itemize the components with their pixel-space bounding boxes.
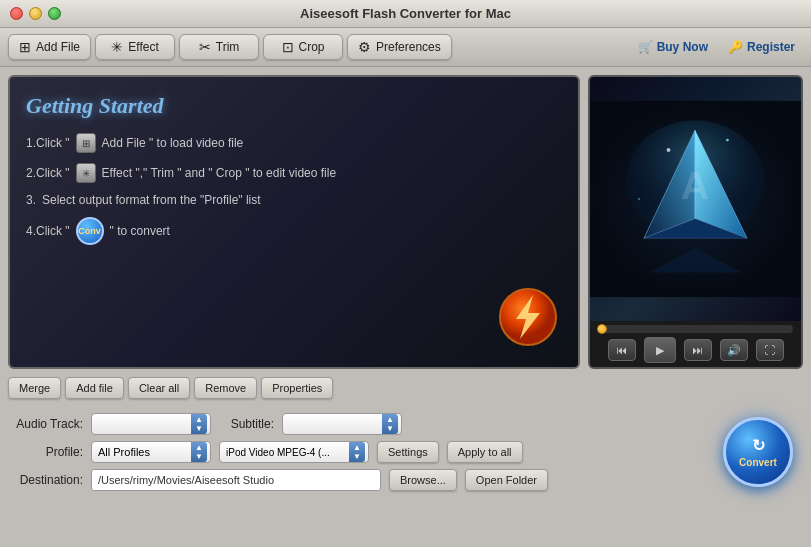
properties-button[interactable]: Properties — [261, 377, 333, 399]
window-controls[interactable] — [10, 7, 61, 20]
open-folder-button[interactable]: Open Folder — [465, 469, 548, 491]
svg-point-9 — [638, 198, 640, 200]
format-dropdown[interactable]: iPod Video MPEG-4 (... ▲ ▼ — [219, 441, 369, 463]
svg-point-7 — [667, 148, 671, 152]
buy-now-link[interactable]: 🛒 Buy Now — [630, 36, 716, 58]
app-title: Aiseesoft Flash Converter for Mac — [300, 6, 511, 21]
settings-button[interactable]: Settings — [377, 441, 439, 463]
register-link[interactable]: 🔑 Register — [720, 36, 803, 58]
effect-button[interactable]: ✳ Effect — [95, 34, 175, 60]
step4-convert-icon: Conv — [76, 217, 104, 245]
maximize-button[interactable] — [48, 7, 61, 20]
convert-arrow-icon: ↻ — [752, 436, 765, 455]
step2-effect-icon: ✳ — [76, 163, 96, 183]
step3: 3. Select output format from the "Profil… — [26, 193, 562, 207]
crop-button[interactable]: ⊡ Crop — [263, 34, 343, 60]
close-button[interactable] — [10, 7, 23, 20]
subtitle-dropdown[interactable]: ▲ ▼ — [282, 413, 402, 435]
main-content: Getting Started 1.Click " ⊞ Add File " t… — [0, 67, 811, 377]
profile-label: Profile: — [8, 445, 83, 459]
destination-label: Destination: — [8, 473, 83, 487]
add-file-btn[interactable]: Add file — [65, 377, 124, 399]
file-action-buttons: Merge Add file Clear all Remove Properti… — [0, 377, 811, 407]
convert-button-container: ↻ Convert — [723, 417, 793, 487]
convert-button[interactable]: ↻ Convert — [723, 417, 793, 487]
clear-all-button[interactable]: Clear all — [128, 377, 190, 399]
effect-icon: ✳ — [111, 39, 123, 55]
profile-arrows: ▲ ▼ — [191, 442, 207, 462]
svg-text:A: A — [681, 163, 709, 207]
format-arrows: ▲ ▼ — [349, 442, 365, 462]
step1: 1.Click " ⊞ Add File " to load video fil… — [26, 133, 562, 153]
audio-track-arrows: ▲ ▼ — [191, 414, 207, 434]
volume-button[interactable]: 🔊 — [720, 339, 748, 361]
audio-track-dropdown[interactable]: ▲ ▼ — [91, 413, 211, 435]
remove-button[interactable]: Remove — [194, 377, 257, 399]
toolbar: ⊞ Add File ✳ Effect ✂ Trim ⊡ Crop ⚙ Pref… — [0, 28, 811, 67]
step1-icon: ⊞ — [76, 133, 96, 153]
preview-video: A — [590, 77, 801, 321]
step4: 4.Click " Conv " to convert — [26, 217, 562, 245]
preferences-icon: ⚙ — [358, 39, 371, 55]
add-file-icon: ⊞ — [19, 39, 31, 55]
svg-point-8 — [726, 139, 729, 142]
preview-panel: A ⏮ ▶ ⏭ 🔊 ⛶ — [588, 75, 803, 369]
getting-started-panel: Getting Started 1.Click " ⊞ Add File " t… — [8, 75, 580, 369]
step2: 2.Click " ✳ Effect "," Trim " and " Crop… — [26, 163, 562, 183]
getting-started-title: Getting Started — [26, 93, 562, 119]
minimize-button[interactable] — [29, 7, 42, 20]
browse-button[interactable]: Browse... — [389, 469, 457, 491]
register-icon: 🔑 — [728, 40, 743, 54]
preview-controls: ⏮ ▶ ⏭ 🔊 ⛶ — [590, 321, 801, 367]
preferences-button[interactable]: ⚙ Preferences — [347, 34, 452, 60]
progress-dot — [597, 324, 607, 334]
cart-icon: 🛒 — [638, 40, 653, 54]
destination-input[interactable] — [91, 469, 381, 491]
bottom-section: Audio Track: ▲ ▼ Subtitle: ▲ ▼ Profile: … — [0, 407, 811, 503]
destination-row: Destination: Browse... Open Folder — [8, 469, 803, 491]
play-button[interactable]: ▶ — [644, 337, 676, 363]
add-file-button[interactable]: ⊞ Add File — [8, 34, 91, 60]
audio-track-label: Audio Track: — [8, 417, 83, 431]
subtitle-arrows: ▲ ▼ — [382, 414, 398, 434]
trim-button[interactable]: ✂ Trim — [179, 34, 259, 60]
skip-forward-button[interactable]: ⏭ — [684, 339, 712, 361]
profile-dropdown[interactable]: All Profiles ▲ ▼ — [91, 441, 211, 463]
audio-subtitle-row: Audio Track: ▲ ▼ Subtitle: ▲ ▼ — [8, 413, 803, 435]
skip-back-button[interactable]: ⏮ — [608, 339, 636, 361]
convert-label: Convert — [739, 457, 777, 468]
merge-button[interactable]: Merge — [8, 377, 61, 399]
title-bar: Aiseesoft Flash Converter for Mac — [0, 0, 811, 28]
profile-row: Profile: All Profiles ▲ ▼ iPod Video MPE… — [8, 441, 803, 463]
trim-icon: ✂ — [199, 39, 211, 55]
progress-bar[interactable] — [598, 325, 793, 333]
control-buttons: ⏮ ▶ ⏭ 🔊 ⛶ — [598, 337, 793, 363]
apply-to-all-button[interactable]: Apply to all — [447, 441, 523, 463]
subtitle-label: Subtitle: — [219, 417, 274, 431]
crop-icon: ⊡ — [282, 39, 294, 55]
fullscreen-button[interactable]: ⛶ — [756, 339, 784, 361]
flash-logo — [498, 287, 558, 347]
